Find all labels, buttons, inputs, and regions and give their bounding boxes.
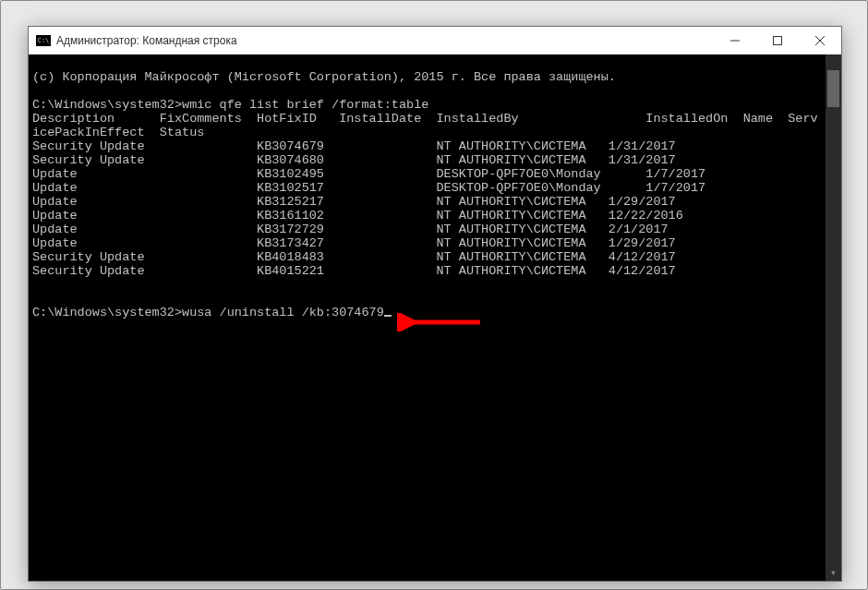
- vertical-scrollbar[interactable]: ▲ ▼: [826, 54, 841, 581]
- table-row: Update KB3161102 NT AUTHORITY\СИСТЕМА 12…: [32, 209, 683, 223]
- prompt-line-2: C:\Windows\system32>wusa /uninstall /kb:…: [32, 306, 392, 319]
- close-button[interactable]: [799, 27, 841, 54]
- table-header-1: Description FixComments HotFixID Install…: [32, 112, 818, 126]
- maximize-button[interactable]: [756, 27, 799, 54]
- table-row: Security Update KB3074679 NT AUTHORITY\С…: [32, 139, 676, 153]
- scrollbar-thumb[interactable]: [827, 70, 839, 107]
- table-row: Update KB3102517 DESKTOP-QPF7OE0\Monday …: [32, 181, 705, 195]
- table-row: Update KB3125217 NT AUTHORITY\СИСТЕМА 1/…: [32, 195, 676, 209]
- text-cursor: [384, 315, 392, 317]
- minimize-button[interactable]: [714, 27, 756, 54]
- table-row: Update KB3102495 DESKTOP-QPF7OE0\Monday …: [32, 167, 705, 181]
- window-title: Администратор: Командная строка: [56, 34, 714, 47]
- cmd-icon: C:\: [36, 35, 51, 46]
- window-titlebar[interactable]: C:\ Администратор: Командная строка: [29, 27, 841, 54]
- command-prompt-window: C:\ Администратор: Командная строка (c) …: [28, 26, 842, 582]
- table-row: Security Update KB4018483 NT AUTHORITY\С…: [32, 250, 676, 264]
- scroll-down-arrow-icon[interactable]: ▼: [826, 565, 841, 581]
- table-row: Security Update KB3074680 NT AUTHORITY\С…: [32, 153, 676, 167]
- table-row: Update KB3172729 NT AUTHORITY\СИСТЕМА 2/…: [32, 223, 669, 236]
- prompt-line-1: C:\Windows\system32>wmic qfe list brief …: [32, 98, 428, 112]
- copyright-line: (c) Корпорация Майкрософт (Microsoft Cor…: [32, 70, 616, 84]
- table-header-2: icePackInEffect Status: [32, 126, 204, 139]
- svg-rect-1: [774, 37, 782, 45]
- table-row: Update KB3173427 NT AUTHORITY\СИСТЕМА 1/…: [32, 236, 676, 250]
- terminal-area[interactable]: (c) Корпорация Майкрософт (Microsoft Cor…: [29, 54, 841, 581]
- window-controls: [714, 27, 841, 54]
- table-row: Security Update KB4015221 NT AUTHORITY\С…: [32, 264, 676, 278]
